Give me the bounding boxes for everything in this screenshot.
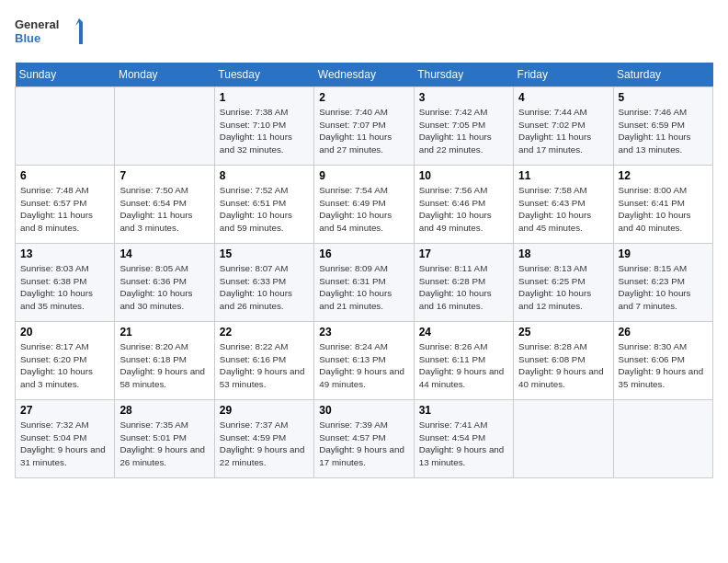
calendar-cell: 21Sunrise: 8:20 AM Sunset: 6:18 PM Dayli… (115, 322, 214, 400)
day-number: 29 (220, 404, 309, 417)
day-number: 26 (619, 326, 708, 339)
day-info: Sunrise: 7:50 AM Sunset: 6:54 PM Dayligh… (119, 184, 209, 235)
day-info: Sunrise: 8:13 AM Sunset: 6:25 PM Dayligh… (518, 262, 608, 313)
day-number: 18 (518, 247, 608, 260)
day-number: 6 (20, 169, 109, 182)
day-info: Sunrise: 8:17 AM Sunset: 6:20 PM Dayligh… (20, 340, 109, 391)
page-header: General Blue (15, 15, 713, 52)
calendar-cell: 30Sunrise: 7:39 AM Sunset: 4:57 PM Dayli… (314, 400, 414, 478)
day-number: 20 (20, 326, 109, 339)
day-info: Sunrise: 8:09 AM Sunset: 6:31 PM Dayligh… (319, 262, 408, 313)
calendar-cell: 10Sunrise: 7:56 AM Sunset: 6:46 PM Dayli… (414, 166, 513, 244)
calendar-cell: 5Sunrise: 7:46 AM Sunset: 6:59 PM Daylig… (613, 87, 712, 166)
day-info: Sunrise: 7:46 AM Sunset: 6:59 PM Dayligh… (619, 106, 708, 156)
day-number: 10 (419, 169, 508, 182)
logo-svg: General Blue (15, 15, 88, 52)
day-info: Sunrise: 8:20 AM Sunset: 6:18 PM Dayligh… (119, 340, 209, 391)
calendar-cell: 9Sunrise: 7:54 AM Sunset: 6:49 PM Daylig… (314, 166, 414, 244)
calendar-cell: 29Sunrise: 7:37 AM Sunset: 4:59 PM Dayli… (214, 400, 313, 478)
calendar-table: SundayMondayTuesdayWednesdayThursdayFrid… (15, 63, 713, 478)
day-number: 8 (220, 169, 309, 182)
weekday-header-saturday: Saturday (613, 63, 712, 87)
calendar-cell: 8Sunrise: 7:52 AM Sunset: 6:51 PM Daylig… (214, 166, 313, 244)
day-info: Sunrise: 7:42 AM Sunset: 7:05 PM Dayligh… (419, 106, 508, 156)
day-number: 28 (119, 404, 209, 417)
day-number: 24 (419, 326, 508, 339)
day-number: 17 (419, 247, 508, 260)
calendar-cell: 1Sunrise: 7:38 AM Sunset: 7:10 PM Daylig… (214, 87, 313, 166)
day-number: 12 (619, 169, 708, 182)
day-info: Sunrise: 7:56 AM Sunset: 6:46 PM Dayligh… (419, 184, 508, 235)
day-info: Sunrise: 7:52 AM Sunset: 6:51 PM Dayligh… (220, 184, 309, 235)
svg-text:General: General (15, 17, 59, 31)
day-number: 2 (319, 91, 408, 104)
day-number: 23 (319, 326, 408, 339)
weekday-header-thursday: Thursday (414, 63, 513, 87)
day-info: Sunrise: 8:03 AM Sunset: 6:38 PM Dayligh… (20, 262, 109, 313)
calendar-cell (115, 87, 214, 166)
day-info: Sunrise: 7:35 AM Sunset: 5:01 PM Dayligh… (119, 419, 209, 469)
calendar-cell: 16Sunrise: 8:09 AM Sunset: 6:31 PM Dayli… (314, 244, 414, 322)
weekday-header-monday: Monday (115, 63, 214, 87)
calendar-cell: 12Sunrise: 8:00 AM Sunset: 6:41 PM Dayli… (613, 166, 712, 244)
calendar-cell: 6Sunrise: 7:48 AM Sunset: 6:57 PM Daylig… (16, 166, 115, 244)
weekday-header-wednesday: Wednesday (314, 63, 414, 87)
calendar-cell: 22Sunrise: 8:22 AM Sunset: 6:16 PM Dayli… (214, 322, 313, 400)
calendar-cell: 3Sunrise: 7:42 AM Sunset: 7:05 PM Daylig… (414, 87, 513, 166)
day-number: 11 (518, 169, 608, 182)
calendar-cell: 26Sunrise: 8:30 AM Sunset: 6:06 PM Dayli… (613, 322, 712, 400)
day-number: 7 (119, 169, 209, 182)
calendar-cell: 17Sunrise: 8:11 AM Sunset: 6:28 PM Dayli… (414, 244, 513, 322)
day-info: Sunrise: 8:26 AM Sunset: 6:11 PM Dayligh… (419, 340, 508, 391)
day-info: Sunrise: 8:24 AM Sunset: 6:13 PM Dayligh… (319, 340, 408, 391)
weekday-header-friday: Friday (514, 63, 613, 87)
day-info: Sunrise: 7:40 AM Sunset: 7:07 PM Dayligh… (319, 106, 408, 156)
calendar-cell: 20Sunrise: 8:17 AM Sunset: 6:20 PM Dayli… (16, 322, 115, 400)
day-number: 15 (220, 247, 309, 260)
day-number: 13 (20, 247, 109, 260)
day-number: 22 (220, 326, 309, 339)
calendar-cell: 18Sunrise: 8:13 AM Sunset: 6:25 PM Dayli… (514, 244, 613, 322)
calendar-cell: 15Sunrise: 8:07 AM Sunset: 6:33 PM Dayli… (214, 244, 313, 322)
calendar-cell: 28Sunrise: 7:35 AM Sunset: 5:01 PM Dayli… (115, 400, 214, 478)
calendar-cell (16, 87, 115, 166)
day-info: Sunrise: 8:22 AM Sunset: 6:16 PM Dayligh… (220, 340, 309, 391)
day-number: 25 (518, 326, 608, 339)
day-info: Sunrise: 8:05 AM Sunset: 6:36 PM Dayligh… (119, 262, 209, 313)
calendar-cell: 7Sunrise: 7:50 AM Sunset: 6:54 PM Daylig… (115, 166, 214, 244)
day-info: Sunrise: 7:44 AM Sunset: 7:02 PM Dayligh… (518, 106, 608, 156)
day-number: 1 (220, 91, 309, 104)
calendar-cell (514, 400, 613, 478)
calendar-cell: 23Sunrise: 8:24 AM Sunset: 6:13 PM Dayli… (314, 322, 414, 400)
day-info: Sunrise: 8:00 AM Sunset: 6:41 PM Dayligh… (619, 184, 708, 235)
day-number: 31 (419, 404, 508, 417)
day-info: Sunrise: 8:07 AM Sunset: 6:33 PM Dayligh… (220, 262, 309, 313)
calendar-cell: 14Sunrise: 8:05 AM Sunset: 6:36 PM Dayli… (115, 244, 214, 322)
calendar-cell: 31Sunrise: 7:41 AM Sunset: 4:54 PM Dayli… (414, 400, 513, 478)
svg-text:Blue: Blue (15, 31, 40, 45)
logo: General Blue (15, 15, 88, 52)
day-number: 4 (518, 91, 608, 104)
day-info: Sunrise: 7:48 AM Sunset: 6:57 PM Dayligh… (20, 184, 109, 235)
day-number: 14 (119, 247, 209, 260)
day-number: 27 (20, 404, 109, 417)
day-info: Sunrise: 8:30 AM Sunset: 6:06 PM Dayligh… (619, 340, 708, 391)
day-info: Sunrise: 7:58 AM Sunset: 6:43 PM Dayligh… (518, 184, 608, 235)
day-info: Sunrise: 8:28 AM Sunset: 6:08 PM Dayligh… (518, 340, 608, 391)
calendar-cell (613, 400, 712, 478)
day-number: 21 (119, 326, 209, 339)
day-number: 16 (319, 247, 408, 260)
day-info: Sunrise: 7:38 AM Sunset: 7:10 PM Dayligh… (220, 106, 309, 156)
day-info: Sunrise: 7:39 AM Sunset: 4:57 PM Dayligh… (319, 419, 408, 469)
day-info: Sunrise: 7:37 AM Sunset: 4:59 PM Dayligh… (220, 419, 309, 469)
day-number: 3 (419, 91, 508, 104)
calendar-cell: 2Sunrise: 7:40 AM Sunset: 7:07 PM Daylig… (314, 87, 414, 166)
calendar-cell: 19Sunrise: 8:15 AM Sunset: 6:23 PM Dayli… (613, 244, 712, 322)
calendar-cell: 13Sunrise: 8:03 AM Sunset: 6:38 PM Dayli… (16, 244, 115, 322)
day-number: 5 (619, 91, 708, 104)
day-info: Sunrise: 7:54 AM Sunset: 6:49 PM Dayligh… (319, 184, 408, 235)
day-info: Sunrise: 8:11 AM Sunset: 6:28 PM Dayligh… (419, 262, 508, 313)
svg-marker-2 (75, 18, 86, 44)
calendar-cell: 24Sunrise: 8:26 AM Sunset: 6:11 PM Dayli… (414, 322, 513, 400)
day-info: Sunrise: 7:32 AM Sunset: 5:04 PM Dayligh… (20, 419, 109, 469)
